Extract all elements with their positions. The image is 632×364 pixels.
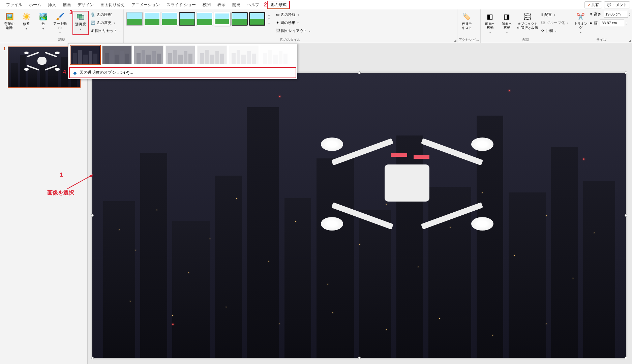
width-label: 幅: (594, 21, 599, 26)
height-spinner[interactable]: ▴▾ (629, 11, 630, 17)
transparency-preset-1[interactable] (102, 46, 132, 64)
ribbon-group-size: ✂️ トリミング ⇕ 高さ: ▴▾ ⇔ 幅: ▴▾ サイズ ◢ (571, 9, 632, 43)
align-button[interactable]: ⫴配置 (540, 11, 570, 18)
artistic-effects-icon: 🖌️ (55, 12, 65, 21)
send-backward-icon: ◨ (502, 12, 512, 21)
style-preset-5[interactable] (197, 12, 213, 26)
menu-insert[interactable]: 挿入 (44, 1, 59, 9)
rotate-label: 回転 (546, 28, 553, 33)
menu-draw[interactable]: 描画 (59, 1, 74, 9)
transparency-icon (76, 12, 85, 22)
arrange-group-label: 配置 (482, 37, 570, 42)
share-icon (588, 3, 591, 7)
align-icon: ⫴ (541, 12, 543, 17)
menu-design[interactable]: デザイン (74, 1, 97, 9)
change-picture-button[interactable]: 🔄図の変更 (89, 19, 122, 26)
crop-icon: ✂️ (576, 12, 585, 21)
selection-pane-label: オブジェクトの 選択と表示 (517, 22, 538, 30)
style-preset-8[interactable] (249, 12, 265, 26)
bring-forward-icon: ◧ (485, 12, 495, 21)
alt-text-label: 代替テ キスト (460, 22, 474, 30)
comment-button[interactable]: コメント (604, 1, 630, 8)
picture-styles-gallery[interactable]: ▴▾▿ (125, 11, 273, 27)
color-label: 色 (41, 22, 45, 26)
size-dialog-launcher[interactable]: ◢ (629, 39, 631, 42)
artistic-effects-button[interactable]: 🖌️ アート効果 (52, 11, 68, 35)
picture-layout-button[interactable]: ⿲図のレイアウト (275, 27, 312, 34)
picture-effects-button[interactable]: ✦図の効果 (275, 19, 312, 26)
reset-picture-button[interactable]: ↺図のリセット (89, 27, 122, 34)
group-button[interactable]: ⿻グループ化 (540, 19, 570, 26)
rotate-button[interactable]: ⟳回転 (540, 27, 570, 34)
transparency-options-button[interactable]: ◆ 図の透明度のオプション(P)… (69, 67, 296, 78)
height-input[interactable] (604, 11, 628, 18)
alt-text-button[interactable]: 🏷️ 代替テ キスト (459, 11, 475, 35)
menu-developer[interactable]: 開発 (229, 1, 244, 9)
annotation-3: 3 (69, 9, 72, 16)
accessibility-group-label: アクセシビ… (459, 37, 479, 42)
remove-background-icon: 🖼️ (5, 12, 14, 21)
compress-pictures-button[interactable]: 🗜️図の圧縮 (89, 11, 122, 18)
share-button[interactable]: 共有 (584, 1, 602, 8)
style-preset-3[interactable] (161, 12, 178, 26)
styles-dialog-launcher[interactable]: ◢ (454, 39, 456, 42)
compress-label: 図の圧縮 (97, 12, 112, 17)
crop-button[interactable]: ✂️ トリミング (573, 11, 589, 35)
menu-view[interactable]: 表示 (214, 1, 229, 9)
svg-rect-1 (79, 16, 84, 20)
crop-label: トリミング (574, 22, 588, 30)
annotation-4: 4 (63, 69, 66, 75)
compress-icon: 🗜️ (91, 12, 95, 17)
height-icon: ⇕ (590, 12, 593, 17)
menu-animations[interactable]: アニメーション (128, 1, 163, 9)
picture-border-icon: ▭ (276, 12, 279, 17)
corrections-label: 修整 (23, 22, 30, 26)
transparency-label: 透明 度 (75, 22, 86, 26)
transparency-presets (68, 43, 297, 66)
transparency-preset-0[interactable] (70, 46, 100, 64)
remove-background-button[interactable]: 🖼️ 背景の 削除 (1, 11, 18, 35)
picture-layout-icon: ⿲ (276, 29, 280, 33)
width-spinner[interactable]: ▴▾ (626, 20, 627, 26)
style-preset-4[interactable] (179, 12, 195, 26)
selection-pane-button[interactable]: ⿳ オブジェクトの 選択と表示 (516, 11, 539, 35)
transparency-preset-4[interactable] (197, 46, 227, 64)
menu-file[interactable]: ファイル (3, 1, 26, 9)
menu-transitions[interactable]: 画面切り替え (97, 1, 128, 9)
ribbon-group-accessibility: 🏷️ 代替テ キスト アクセシビ… (457, 9, 481, 43)
transparency-preset-6[interactable] (261, 46, 290, 64)
inserted-image[interactable] (92, 73, 626, 358)
send-backward-button[interactable]: ◨ 背面へ 移動 (499, 11, 515, 35)
corrections-button[interactable]: ☀️ 修整 (18, 11, 34, 35)
style-preset-6[interactable] (214, 12, 230, 26)
style-preset-1[interactable] (126, 12, 143, 26)
styles-group-label: 図のスタイル (125, 37, 456, 42)
style-preset-7[interactable] (232, 12, 248, 26)
artistic-label: アート効果 (53, 22, 67, 30)
picture-border-label: 図の枠線 (281, 12, 296, 17)
menu-help[interactable]: ヘルプ (244, 1, 263, 9)
share-label: 共有 (592, 2, 599, 7)
menu-slideshow[interactable]: スライド ショー (163, 1, 199, 9)
transparency-preset-2[interactable] (134, 46, 163, 64)
transparency-button[interactable]: 透明 度 (72, 11, 89, 35)
menu-review[interactable]: 校閲 (199, 1, 214, 9)
corrections-icon: ☀️ (22, 12, 31, 21)
svg-line-2 (67, 175, 93, 189)
picture-border-button[interactable]: ▭図の枠線 (275, 11, 312, 18)
transparency-preset-5[interactable] (229, 46, 259, 64)
slide-canvas[interactable] (92, 73, 626, 358)
transparency-dropdown: 4 ◆ 図の透明度のオプション(P)… (68, 43, 297, 79)
slide-canvas-area (88, 43, 632, 364)
transparency-preset-3[interactable] (165, 46, 195, 64)
workspace: 1 (0, 43, 632, 364)
bring-forward-button[interactable]: ◧ 前面へ 移動 (482, 11, 498, 35)
menu-home[interactable]: ホーム (26, 1, 44, 9)
reset-picture-icon: ↺ (91, 29, 94, 33)
rotate-icon: ⟳ (541, 29, 544, 33)
menu-picture-format[interactable]: 図の形式 (267, 1, 290, 9)
style-preset-2[interactable] (144, 12, 160, 26)
color-button[interactable]: 🏞️ 色 (35, 11, 51, 35)
width-input[interactable] (600, 20, 624, 26)
gallery-more[interactable]: ▴▾▿ (267, 13, 271, 25)
